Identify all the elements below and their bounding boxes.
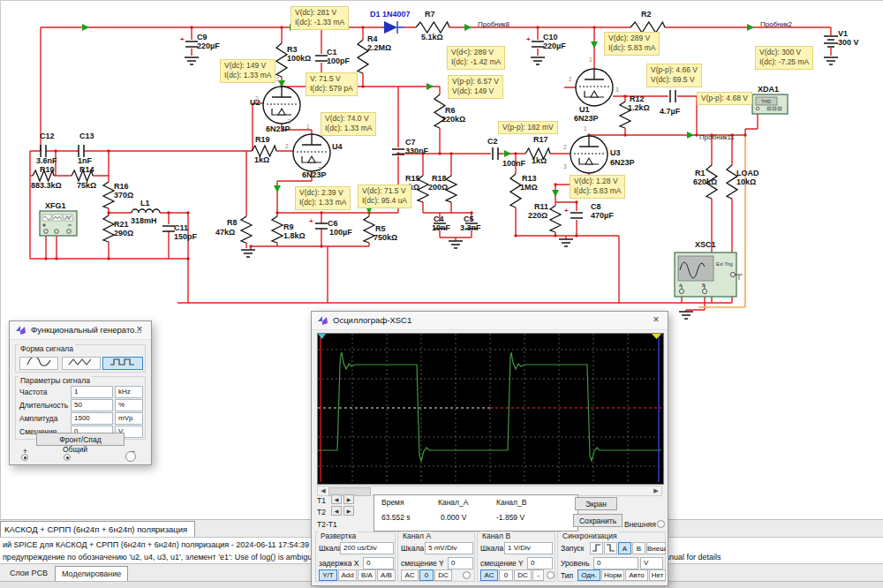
schematic-label: 370Ω [114, 191, 133, 200]
schematic-label: C4 [434, 215, 444, 223]
schematic-label: 200Ω [428, 183, 448, 192]
schematic-label: C2 [487, 137, 498, 146]
cursor-marker-1-icon[interactable] [318, 334, 326, 339]
save-button[interactable]: Сохранить [573, 514, 623, 527]
trigger-rising-edge-button[interactable] [590, 542, 603, 554]
fg-edge-button[interactable]: Фронт/Спад [36, 433, 125, 446]
t2-left-button[interactable]: ◀ [331, 506, 342, 516]
schematic-label: L1 [140, 199, 150, 207]
channel-b-ac-button[interactable]: AC [480, 569, 498, 581]
fg-duty-label: Длительность [19, 401, 68, 410]
trigger-type-none-button[interactable]: Нет [649, 569, 666, 581]
mode-ba-button[interactable]: B/A [358, 569, 376, 581]
scope-display[interactable] [317, 333, 664, 485]
trigger-falling-edge-button[interactable] [604, 542, 617, 554]
scope-close-icon[interactable]: × [648, 313, 664, 328]
schematic-label: 2 [563, 144, 567, 150]
xsc1-instrument-icon[interactable] [675, 253, 743, 297]
channel-b-scale-field[interactable]: 1 V/Div [504, 542, 553, 554]
trigger-source-ext-button[interactable]: Внеш [646, 542, 666, 554]
channel-b-minus-button[interactable]: - [532, 569, 544, 581]
trigger-source-a-button[interactable]: A [618, 542, 631, 554]
fg-square-button[interactable] [102, 357, 143, 370]
channel-a-scale-field[interactable]: 5 mV/Div [425, 542, 473, 554]
schematic-label: C7 [405, 138, 416, 147]
channel-a-radio[interactable] [463, 571, 471, 579]
fg-plus-terminal[interactable] [21, 454, 28, 461]
fg-duty-unit[interactable]: % [115, 399, 143, 411]
channel-a-ac-button[interactable]: AC [401, 569, 419, 581]
xda1-instrument-icon[interactable] [752, 94, 788, 114]
trigger-source-b-button[interactable]: B [632, 542, 645, 554]
timebase-delay-field[interactable]: 0 [363, 557, 394, 569]
fg-minus-terminal[interactable] [125, 451, 136, 462]
trigger-level-unit-field[interactable]: V [640, 557, 663, 569]
schematic-label: 220µF [543, 41, 566, 50]
schematic-label: C5 [464, 215, 474, 223]
tab-pcb-layers[interactable]: Слои PCB [4, 566, 54, 581]
scope-screen [318, 334, 661, 482]
channel-b-radio[interactable] [547, 571, 555, 579]
schematic-label: 1kΩ [532, 156, 547, 165]
measurement-annotation: V(dc): 71.5 V I(dc): 95.4 uA [358, 185, 411, 208]
schematic-label: 3.3nF [460, 223, 481, 232]
mode-add-button[interactable]: Add [338, 569, 357, 581]
schematic-label: C12 [40, 132, 55, 140]
t1-right-button[interactable]: ▶ [343, 494, 354, 504]
channel-b-0-button[interactable]: 0 [499, 569, 513, 581]
readout-col-a: Канал_A [438, 498, 468, 507]
diode-d1[interactable] [382, 21, 404, 34]
trigger-level-field[interactable]: 0 [593, 557, 638, 569]
trigger-type-normal-button[interactable]: Норм [601, 569, 624, 581]
fg-amplitude-field[interactable]: 1500 [71, 412, 113, 425]
scroll-right-icon[interactable]: ▶ [651, 486, 661, 495]
trigger-type-single-button[interactable]: Одн. [577, 569, 600, 581]
battery-v1[interactable] [824, 36, 838, 47]
fg-frequency-unit[interactable]: kHz [115, 386, 143, 398]
fg-common-terminal[interactable] [64, 454, 71, 461]
t1-left-button[interactable]: ◀ [331, 494, 342, 504]
xfg1-instrument-icon[interactable] [40, 211, 77, 236]
measurement-annotation: V(dc): 300 V I(dc): -7.25 mA [755, 46, 813, 70]
schematic-label: 100pF [327, 57, 350, 65]
log-line-1: ий SPICE для КАСКОД + СРПП (6н24п + 6н24… [3, 540, 328, 549]
function-generator-window[interactable]: Функциональный генерато... × Форма сигна… [9, 320, 152, 465]
fg-frequency-field[interactable]: 1 [71, 386, 113, 398]
fg-close-icon[interactable]: × [132, 323, 147, 337]
t2-right-button[interactable]: ▶ [343, 506, 354, 516]
fg-params-group-title: Параметры сигнала [19, 376, 92, 385]
channel-a-dc-button[interactable]: DC [434, 569, 452, 581]
channel-a-0-button[interactable]: 0 [419, 569, 434, 581]
mode-yt-button[interactable]: Y/T [319, 569, 337, 581]
fg-duty-field[interactable]: 50 [71, 399, 113, 411]
scope-titlebar[interactable]: Осциллограф-XSC1 × [312, 312, 668, 330]
mode-ab-button[interactable]: A/B [377, 569, 396, 581]
sheet-tab[interactable]: КАСКОД + СРПП (6н24п + 6н24п) поляризаци… [0, 521, 195, 538]
channel-b-offset-field[interactable]: 0 [527, 557, 553, 569]
inductor-l1[interactable] [132, 209, 160, 213]
fg-sine-button[interactable] [19, 357, 58, 370]
resistor[interactable] [103, 40, 737, 243]
fg-amplitude-unit[interactable]: mVp [115, 412, 143, 425]
channel-a-offset-field[interactable]: 0 [448, 557, 473, 569]
fg-titlebar[interactable]: Функциональный генерато... × [10, 321, 151, 340]
multisim-icon [15, 325, 26, 335]
timebase-scale-field[interactable]: 200 us/Div [340, 542, 394, 554]
schematic-label: R15 [405, 174, 420, 183]
oscilloscope-window[interactable]: Осциллограф-XSC1 × ◀ ▶ [311, 311, 668, 586]
channel-b-dc-button[interactable]: DC [514, 569, 532, 581]
screen-button[interactable]: Экран [575, 497, 617, 510]
measurement-annotation: V(p-p): 4.68 V [697, 92, 752, 105]
schematic-label: 470µF [591, 211, 614, 220]
log-line-2-right: anual for details [665, 553, 721, 562]
schematic-label: R17 [533, 135, 548, 144]
timebase-title: Развертка [319, 531, 358, 540]
schematic-label: 100nF [502, 159, 525, 168]
channel-a-title: Канал A [401, 531, 433, 540]
measurement-annotation: V(dc): 149 V I(dc): 1.33 mA [220, 59, 275, 83]
fg-triangle-button[interactable] [62, 357, 101, 370]
external-radio[interactable] [657, 520, 665, 528]
cursor-marker-2-icon[interactable] [652, 334, 661, 339]
schematic-label: 2 [285, 143, 289, 149]
trigger-type-auto-button[interactable]: Авто [625, 569, 648, 581]
